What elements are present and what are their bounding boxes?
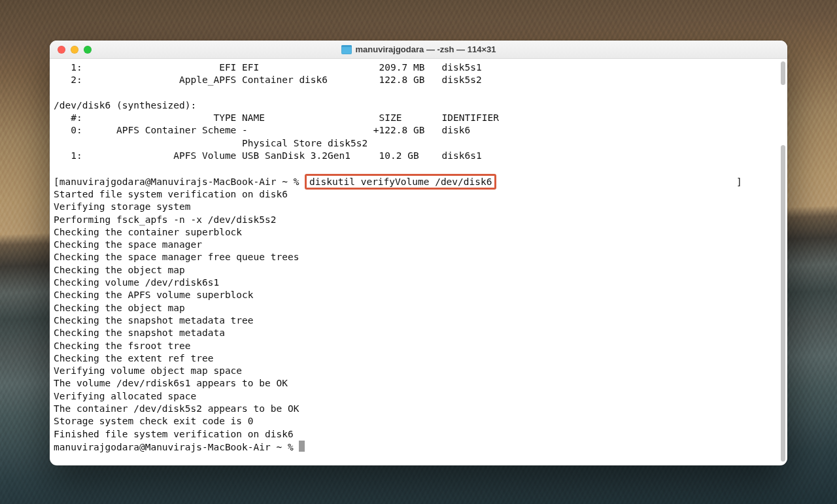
prompt: manuvirajgodara@Manuvirajs-MacBook-Air ~… [54,442,299,452]
folder-icon [341,45,352,54]
terminal-body: 1: EFI EFI 209.7 MB disk5s1 2: Apple_APF… [50,59,787,465]
prompt-suffix: ] [496,176,742,187]
close-button[interactable] [58,46,65,54]
scrollbar-thumb[interactable] [781,61,785,85]
prompt: [manuvirajgodara@Manuvirajs-MacBook-Air … [54,176,305,187]
highlighted-command: diskutil verifyVolume /dev/disk6 [305,174,496,190]
maximize-button[interactable] [84,46,92,54]
minimize-button[interactable] [71,46,78,54]
scrollbar-thumb[interactable] [781,145,785,462]
terminal-scroll-area[interactable]: 1: EFI EFI 209.7 MB disk5s1 2: Apple_APF… [50,59,787,465]
window-title: manuvirajgodara — -zsh — 114×31 [356,44,496,54]
traffic-lights [50,46,92,54]
terminal-output[interactable]: 1: EFI EFI 209.7 MB disk5s1 2: Apple_APF… [54,61,783,454]
titlebar[interactable]: manuvirajgodara — -zsh — 114×31 [50,41,787,59]
terminal-window: manuvirajgodara — -zsh — 114×31 1: EFI E… [50,41,787,465]
cursor [299,441,305,452]
